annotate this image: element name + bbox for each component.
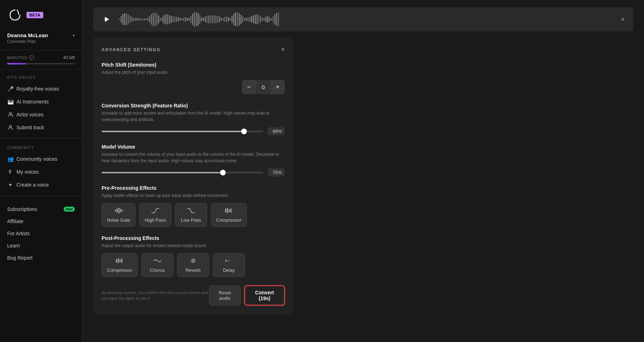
svg-rect-10 [229, 209, 230, 212]
conversion-strength-value: 88% [268, 127, 285, 135]
sidebar-label-create-a-voice: Create a voice [16, 182, 49, 188]
submit-track-icon [7, 124, 14, 131]
svg-rect-18 [225, 260, 226, 262]
royalty-free-voices-icon: 🎤 [7, 86, 14, 92]
sidebar-label-learn: Learn [7, 243, 20, 249]
svg-marker-2 [105, 17, 109, 22]
model-volume-label: Model Volume [102, 144, 285, 150]
model-volume-thumb [220, 170, 226, 175]
noise-gate-label: Noise Gate [107, 217, 130, 223]
minutes-section: MINUTES i 40 left [0, 50, 82, 70]
sidebar-item-for-artists[interactable]: For Artists [0, 227, 82, 240]
artist-voices-icon [7, 111, 14, 118]
sidebar-item-bug-report[interactable]: Bug Report [0, 252, 82, 264]
sidebar-item-community-voices[interactable]: 👥 Community voices [0, 153, 82, 165]
noise-gate-button[interactable]: Noise Gate [102, 203, 136, 227]
sidebar-item-artist-voices[interactable]: Artist voices [0, 108, 82, 121]
user-plan: Converter Plan [7, 39, 75, 44]
low-pass-icon [187, 207, 195, 215]
kits-voices-label: KITS VOICES [0, 76, 82, 82]
pre-processing-desc: Apply subtle effects to clean up your in… [102, 192, 285, 199]
sidebar-item-submit-track[interactable]: Submit track [0, 121, 82, 134]
sidebar-item-my-voices[interactable]: 🎙 My voices [0, 165, 82, 178]
low-pass-button[interactable]: Low Pass [175, 203, 207, 227]
minutes-left: 40 left [63, 55, 75, 60]
model-volume-slider[interactable] [102, 172, 263, 173]
pitch-shift-stepper: − 0 + [242, 80, 285, 94]
delay-label: Delay [223, 268, 235, 273]
svg-point-0 [9, 112, 11, 115]
sidebar-item-royalty-free-voices[interactable]: 🎤 Royalty-free voices [0, 82, 82, 95]
sidebar-item-create-a-voice[interactable]: ✦ Create a voice [0, 178, 82, 191]
svg-rect-14 [119, 259, 121, 262]
model-volume-value: 75% [268, 168, 285, 177]
sidebar: BETA Deanna McLean ▾ Converter Plan MINU… [0, 0, 82, 342]
svg-rect-4 [117, 208, 118, 213]
sidebar-item-ai-instruments[interactable]: 🎹 AI Instruments [0, 95, 82, 108]
conversion-strength-row: Conversion Strength (Feature Ratio) Incr… [102, 103, 285, 135]
minutes-bar-fill [7, 63, 26, 64]
high-pass-button[interactable]: High Pass [139, 203, 171, 227]
community-label: COMMUNITY [0, 146, 82, 153]
close-audio-button[interactable]: × [619, 14, 626, 25]
panel-title: ADVANCED SETTINGS [102, 47, 160, 52]
pitch-shift-value: 0 [256, 84, 270, 90]
compressor-post-button[interactable]: Compressor [102, 253, 138, 277]
compressor-pre-icon [224, 207, 233, 215]
sidebar-item-learn[interactable]: Learn [0, 240, 82, 252]
chorus-button[interactable]: Chorus [141, 253, 174, 277]
svg-point-16 [192, 260, 194, 262]
my-voices-icon: 🎙 [7, 169, 14, 175]
post-processing-label: Post-Processing Effects [102, 235, 285, 241]
minutes-info-icon[interactable]: i [29, 55, 34, 60]
svg-rect-19 [228, 260, 229, 261]
panel-close-button[interactable]: × [281, 46, 285, 53]
action-buttons: Reset audio Convert (19s) [209, 285, 285, 305]
kits-voices-section: KITS VOICES 🎤 Royalty-free voices 🎹 AI I… [0, 70, 82, 137]
delay-button[interactable]: Delay [213, 253, 245, 277]
chorus-label: Chorus [150, 268, 165, 273]
new-badge: New [64, 207, 75, 212]
pitch-shift-desc: Adjust the pitch of your input audio. [102, 69, 285, 76]
community-voices-icon: 👥 [7, 156, 14, 162]
svg-rect-3 [115, 209, 116, 212]
sidebar-label-for-artists: For Artists [7, 231, 30, 236]
disclaimer-text: By pressing convert, you confirm that th… [102, 290, 209, 302]
pitch-shift-label: Pitch Shift (Semitones) [102, 62, 285, 68]
play-button[interactable] [100, 13, 113, 26]
compressor-pre-button[interactable]: Compressor [211, 203, 247, 227]
minutes-label: MINUTES i [7, 55, 34, 60]
convert-button[interactable]: Convert (19s) [244, 285, 285, 305]
sidebar-item-subscriptions[interactable]: Subscriptions New [0, 203, 82, 215]
reset-audio-button[interactable]: Reset audio [209, 285, 241, 305]
svg-point-17 [191, 259, 195, 263]
svg-rect-5 [118, 208, 119, 213]
chorus-icon [153, 257, 162, 265]
other-nav-section: Subscriptions New Affiliate For Artists … [0, 197, 82, 267]
svg-point-1 [9, 125, 11, 127]
main-content: × ADVANCED SETTINGS × Pitch Shift (Semit… [82, 0, 644, 342]
post-processing-row: Post-Processing Effects Adjust the outpu… [102, 235, 285, 277]
ai-instruments-icon: 🎹 [7, 98, 14, 105]
post-processing-desc: Adjust the output audio for instant rele… [102, 242, 285, 249]
svg-rect-20 [230, 260, 231, 261]
pre-processing-effects: Noise Gate High Pass [102, 203, 285, 227]
conversion-strength-slider[interactable] [102, 131, 263, 132]
model-volume-fill [102, 172, 223, 173]
sidebar-label-ai-instruments: AI Instruments [16, 99, 49, 105]
svg-rect-15 [121, 259, 122, 263]
low-pass-label: Low Pass [181, 217, 201, 223]
post-processing-effects: Compressor Chorus [102, 253, 285, 277]
user-name-row[interactable]: Deanna McLean ▾ [7, 32, 75, 38]
reverb-button[interactable]: Reverb [177, 253, 209, 277]
high-pass-label: High Pass [145, 217, 166, 223]
pitch-shift-minus-button[interactable]: − [242, 80, 256, 94]
pitch-shift-plus-button[interactable]: + [270, 80, 285, 94]
audio-player: × [93, 7, 633, 32]
model-volume-desc: Increase to convert the volume of your i… [102, 151, 285, 164]
sidebar-label-royalty-free-voices: Royalty-free voices [16, 86, 59, 92]
sidebar-item-affiliate[interactable]: Affiliate [0, 215, 82, 227]
sidebar-label-affiliate: Affiliate [7, 218, 24, 224]
sidebar-label-community-voices: Community voices [16, 156, 57, 162]
noise-gate-icon [114, 207, 123, 215]
